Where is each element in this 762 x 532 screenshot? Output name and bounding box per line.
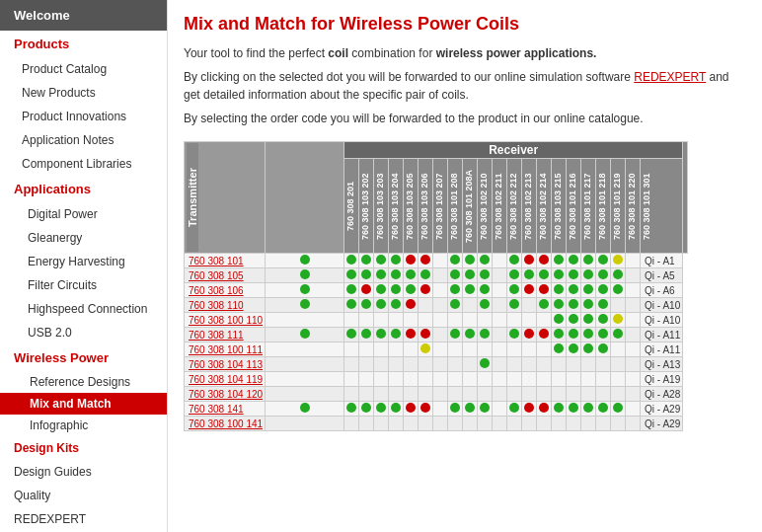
- cell-1-15[interactable]: [552, 268, 567, 283]
- col-header-6[interactable]: 760 308 103 207: [433, 159, 448, 254]
- dot-cell[interactable]: [376, 403, 386, 413]
- dot-cell[interactable]: [509, 299, 519, 309]
- cell-4-18[interactable]: [596, 313, 611, 328]
- cell-5-17[interactable]: [581, 328, 596, 342]
- cell-6-15[interactable]: [552, 342, 567, 357]
- cell-1-9[interactable]: [463, 268, 478, 283]
- cell-1-2[interactable]: [359, 268, 374, 283]
- cell-0-17[interactable]: [581, 254, 596, 268]
- cell-2-18[interactable]: [596, 283, 611, 298]
- cell-7-10[interactable]: [478, 357, 493, 372]
- dot-cell[interactable]: [391, 299, 401, 309]
- dot-cell[interactable]: [361, 255, 371, 265]
- cell-0-0[interactable]: [266, 254, 344, 268]
- dot-cell[interactable]: [569, 269, 578, 279]
- cell-10-13[interactable]: [522, 402, 537, 417]
- cell-2-12[interactable]: [507, 283, 522, 298]
- sidebar-item-energy-harvesting[interactable]: Energy Harvesting: [0, 250, 167, 273]
- cell-3-5[interactable]: [404, 298, 419, 313]
- cell-0-14[interactable]: [537, 254, 552, 268]
- dot-cell[interactable]: [480, 299, 490, 309]
- dot-cell[interactable]: [346, 284, 356, 294]
- col-header-20[interactable]: 760 308 101 301: [641, 159, 683, 254]
- dot-cell[interactable]: [480, 284, 490, 294]
- cell-4-15[interactable]: [552, 313, 567, 328]
- cell-6-6[interactable]: [419, 342, 433, 357]
- cell-4-19[interactable]: [611, 313, 626, 328]
- sidebar-item-component-libraries[interactable]: Component Libraries: [0, 152, 167, 176]
- dot-cell[interactable]: [539, 269, 549, 279]
- cell-5-8[interactable]: [448, 328, 463, 342]
- dot-cell[interactable]: [613, 329, 623, 339]
- dot-cell[interactable]: [480, 358, 490, 368]
- dot-cell[interactable]: [376, 284, 386, 294]
- sidebar-item-infographic[interactable]: Infographic: [0, 415, 167, 436]
- cell-2-8[interactable]: [448, 283, 463, 298]
- cell-10-5[interactable]: [404, 402, 419, 417]
- cell-1-6[interactable]: [419, 268, 433, 283]
- dot-cell[interactable]: [406, 299, 416, 309]
- dot-cell[interactable]: [524, 269, 534, 279]
- dot-cell[interactable]: [406, 329, 416, 339]
- cell-2-6[interactable]: [419, 283, 433, 298]
- dot-cell[interactable]: [598, 269, 608, 279]
- col-header-13[interactable]: 760 308 102 214: [537, 159, 552, 254]
- dot-cell[interactable]: [420, 403, 430, 413]
- dot-cell[interactable]: [583, 329, 593, 339]
- dot-cell[interactable]: [583, 269, 593, 279]
- dot-cell[interactable]: [376, 269, 386, 279]
- cell-6-18[interactable]: [596, 342, 611, 357]
- dot-cell[interactable]: [465, 329, 475, 339]
- cell-10-0[interactable]: [266, 402, 344, 417]
- dot-cell[interactable]: [569, 403, 578, 413]
- sidebar-item-product-innovations[interactable]: Product Innovations: [0, 105, 167, 128]
- dot-cell[interactable]: [391, 329, 401, 339]
- cell-5-9[interactable]: [463, 328, 478, 342]
- cell-2-9[interactable]: [463, 283, 478, 298]
- dot-cell[interactable]: [554, 329, 564, 339]
- dot-cell[interactable]: [598, 403, 608, 413]
- cell-0-9[interactable]: [463, 254, 478, 268]
- cell-1-3[interactable]: [374, 268, 389, 283]
- cell-2-5[interactable]: [404, 283, 419, 298]
- dot-cell[interactable]: [376, 255, 386, 265]
- cell-1-14[interactable]: [537, 268, 552, 283]
- dot-cell[interactable]: [406, 403, 416, 413]
- dot-cell[interactable]: [450, 255, 460, 265]
- dot-cell[interactable]: [554, 269, 564, 279]
- cell-1-17[interactable]: [581, 268, 596, 283]
- dot-cell[interactable]: [569, 329, 578, 339]
- sidebar-welcome[interactable]: Welcome: [0, 0, 167, 31]
- cell-6-17[interactable]: [581, 342, 596, 357]
- dot-cell[interactable]: [598, 255, 608, 265]
- col-header-9[interactable]: 760 308 102 210: [478, 159, 493, 254]
- cell-5-14[interactable]: [537, 328, 552, 342]
- cell-3-16[interactable]: [567, 298, 581, 313]
- cell-2-3[interactable]: [374, 283, 389, 298]
- cell-10-4[interactable]: [389, 402, 404, 417]
- col-header-19[interactable]: 760 308 101 220: [626, 159, 641, 254]
- dot-cell[interactable]: [539, 299, 549, 309]
- dot-cell[interactable]: [524, 329, 534, 339]
- dot-cell[interactable]: [583, 299, 593, 309]
- cell-0-15[interactable]: [552, 254, 567, 268]
- dot-cell[interactable]: [524, 284, 534, 294]
- sidebar-item-reference-designs[interactable]: Reference Designs: [0, 371, 167, 393]
- cell-3-0[interactable]: [266, 298, 344, 313]
- cell-5-16[interactable]: [567, 328, 581, 342]
- row-label-3[interactable]: 760 308 110: [185, 298, 266, 313]
- dot-cell[interactable]: [346, 299, 356, 309]
- dot-cell[interactable]: [598, 284, 608, 294]
- row-label-0[interactable]: 760 308 101: [185, 254, 266, 268]
- col-header-8[interactable]: 760 308 101 208A: [463, 159, 478, 254]
- cell-10-3[interactable]: [374, 402, 389, 417]
- dot-cell[interactable]: [524, 403, 534, 413]
- cell-5-4[interactable]: [389, 328, 404, 342]
- dot-cell[interactable]: [450, 299, 460, 309]
- sidebar-item-digital-power[interactable]: Digital Power: [0, 202, 167, 226]
- cell-2-1[interactable]: [344, 283, 359, 298]
- dot-cell[interactable]: [465, 403, 475, 413]
- col-header-0[interactable]: 760 308 201: [344, 159, 359, 254]
- cell-2-17[interactable]: [581, 283, 596, 298]
- cell-5-18[interactable]: [596, 328, 611, 342]
